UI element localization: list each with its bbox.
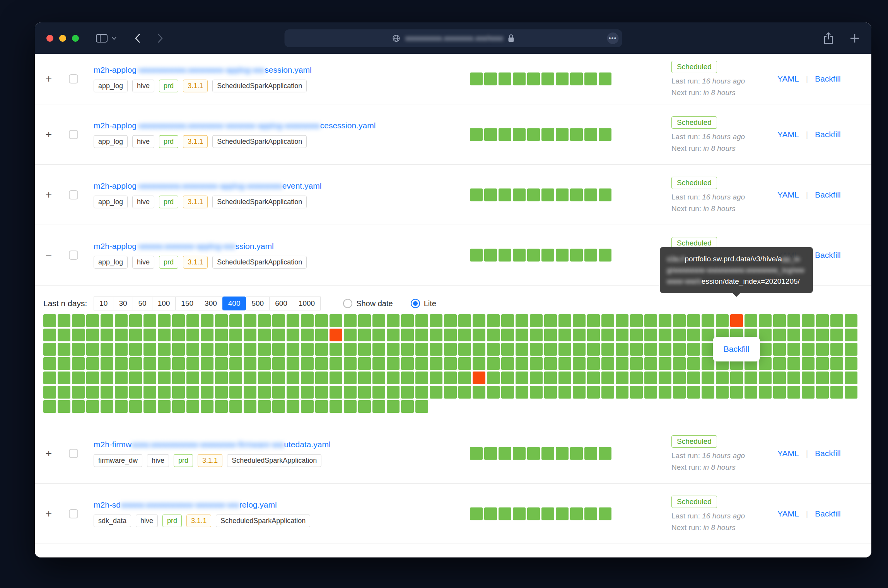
heatmap-cell[interactable] xyxy=(516,357,528,370)
heatmap-cell[interactable] xyxy=(415,400,428,413)
heatmap-cell[interactable] xyxy=(444,372,457,384)
heatmap-cell[interactable] xyxy=(344,372,357,384)
mini-heatmap-cell[interactable] xyxy=(541,73,554,85)
heatmap-cell[interactable] xyxy=(516,314,528,327)
heatmap-cell[interactable] xyxy=(287,343,299,356)
heatmap-cell[interactable] xyxy=(430,357,442,370)
mini-heatmap-cell[interactable] xyxy=(556,447,569,460)
heatmap-cell[interactable] xyxy=(702,386,714,399)
heatmap-cell[interactable] xyxy=(587,329,600,341)
heatmap-cell[interactable] xyxy=(830,357,843,370)
heatmap-cell[interactable] xyxy=(358,400,371,413)
expand-toggle-button[interactable]: − xyxy=(41,247,56,263)
heatmap-cell[interactable] xyxy=(544,357,557,370)
heatmap-cell[interactable] xyxy=(287,386,299,399)
day-option-30[interactable]: 30 xyxy=(113,297,133,310)
heatmap-cell[interactable] xyxy=(86,329,99,341)
mini-heatmap-cell[interactable] xyxy=(527,447,540,460)
heatmap-cell[interactable] xyxy=(716,314,729,327)
heatmap-cell[interactable] xyxy=(229,357,242,370)
mini-heatmap-cell[interactable] xyxy=(499,188,511,201)
backfill-link[interactable]: Backfill xyxy=(815,130,841,139)
row-checkbox[interactable] xyxy=(69,251,78,260)
heatmap-cell[interactable] xyxy=(845,329,857,341)
heatmap-cell[interactable] xyxy=(58,314,70,327)
heatmap-cell[interactable] xyxy=(558,314,571,327)
heatmap-cell[interactable] xyxy=(372,372,385,384)
heatmap-cell[interactable] xyxy=(315,400,328,413)
heatmap-cell[interactable] xyxy=(573,386,586,399)
heatmap-cell[interactable] xyxy=(845,386,857,399)
heatmap-cell[interactable] xyxy=(43,329,56,341)
heatmap-cell[interactable] xyxy=(716,386,729,399)
heatmap-cell[interactable] xyxy=(215,357,228,370)
heatmap-cell[interactable] xyxy=(702,329,714,341)
heatmap-cell[interactable] xyxy=(387,400,400,413)
mini-heatmap-cell[interactable] xyxy=(499,128,511,141)
heatmap-cell[interactable] xyxy=(644,329,657,341)
heatmap-cell[interactable] xyxy=(773,386,786,399)
heatmap-cell[interactable] xyxy=(702,372,714,384)
mini-heatmap-cell[interactable] xyxy=(584,507,597,520)
expand-toggle-button[interactable]: + xyxy=(41,446,56,461)
heatmap-cell[interactable] xyxy=(358,314,371,327)
heatmap-cell[interactable] xyxy=(272,314,285,327)
heatmap-cell[interactable] xyxy=(186,329,199,341)
heatmap-cell[interactable] xyxy=(315,343,328,356)
heatmap-cell[interactable] xyxy=(258,329,271,341)
heatmap-cell[interactable] xyxy=(172,357,185,370)
heatmap-cell[interactable] xyxy=(415,372,428,384)
heatmap-cell[interactable] xyxy=(258,386,271,399)
heatmap-cell[interactable] xyxy=(558,329,571,341)
heatmap-cell[interactable] xyxy=(601,329,614,341)
mini-heatmap-cell[interactable] xyxy=(599,447,611,460)
heatmap-cell[interactable] xyxy=(501,372,514,384)
job-file-link[interactable]: m2h-sdwwww.wwwwwwww-wwwww-wwrelog.yaml xyxy=(94,500,277,509)
heatmap-cell[interactable] xyxy=(830,386,843,399)
heatmap-cell[interactable] xyxy=(101,400,113,413)
heatmap-cell[interactable] xyxy=(344,343,357,356)
heatmap-cell[interactable] xyxy=(702,314,714,327)
heatmap-cell[interactable] xyxy=(816,314,829,327)
heatmap-cell[interactable] xyxy=(845,343,857,356)
heatmap-cell[interactable] xyxy=(186,357,199,370)
heatmap-cell[interactable] xyxy=(143,372,156,384)
close-window-button[interactable] xyxy=(46,35,53,42)
heatmap-cell[interactable] xyxy=(673,329,686,341)
zoom-window-button[interactable] xyxy=(72,35,79,42)
heatmap-cell[interactable] xyxy=(115,314,128,327)
heatmap-cell[interactable] xyxy=(86,343,99,356)
heatmap-cell[interactable] xyxy=(58,329,70,341)
heatmap-cell[interactable] xyxy=(601,372,614,384)
heatmap-cell[interactable] xyxy=(387,343,400,356)
yaml-link[interactable]: YAML xyxy=(777,74,799,84)
heatmap-cell[interactable] xyxy=(86,386,99,399)
heatmap-cell[interactable] xyxy=(287,329,299,341)
heatmap-cell[interactable] xyxy=(344,314,357,327)
heatmap-cell[interactable] xyxy=(258,400,271,413)
mini-heatmap-cell[interactable] xyxy=(484,249,497,261)
chevron-down-icon[interactable] xyxy=(111,36,117,40)
heatmap-cell[interactable] xyxy=(644,314,657,327)
heatmap-cell[interactable] xyxy=(616,343,628,356)
heatmap-cell[interactable] xyxy=(544,372,557,384)
yaml-link[interactable]: YAML xyxy=(777,449,799,458)
heatmap-cell[interactable] xyxy=(630,372,643,384)
job-file-link[interactable]: m2h-applog-wwwwwwww.wwwwww-applog-wwsess… xyxy=(94,65,312,75)
heatmap-cell[interactable] xyxy=(101,343,113,356)
mini-heatmap-cell[interactable] xyxy=(584,447,597,460)
mini-heatmap-cell[interactable] xyxy=(484,507,497,520)
mini-heatmap-cell[interactable] xyxy=(513,128,526,141)
heatmap-cell[interactable] xyxy=(659,314,671,327)
heatmap-cell[interactable] xyxy=(845,314,857,327)
row-checkbox[interactable] xyxy=(69,130,78,139)
heatmap-cell[interactable] xyxy=(830,329,843,341)
heatmap-cell[interactable] xyxy=(473,386,485,399)
heatmap-cell[interactable] xyxy=(587,372,600,384)
heatmap-cell[interactable] xyxy=(544,343,557,356)
mini-heatmap-cell[interactable] xyxy=(470,447,483,460)
heatmap-cell[interactable] xyxy=(544,314,557,327)
heatmap-cell[interactable] xyxy=(115,329,128,341)
heatmap-cell[interactable] xyxy=(745,386,757,399)
heatmap-cell[interactable] xyxy=(330,372,342,384)
